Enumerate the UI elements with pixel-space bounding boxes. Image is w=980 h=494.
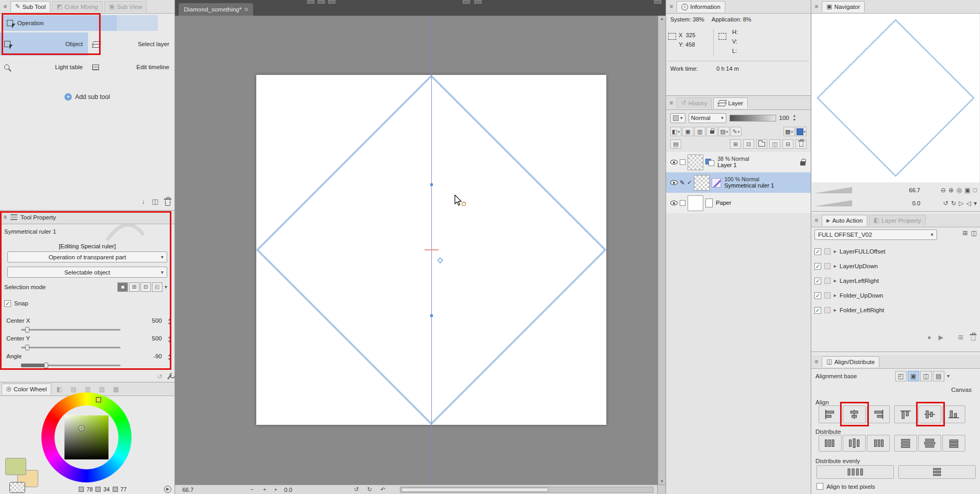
auto-action-set-dropdown[interactable]: FULL OFFSET_V02: [814, 229, 937, 240]
ruler-range-icon[interactable]: [783, 127, 794, 136]
palette-color-combo[interactable]: [670, 113, 685, 123]
lock-transparent-icon[interactable]: [718, 127, 729, 136]
import-sub-tool-icon[interactable]: [141, 198, 145, 205]
distribute-top-button[interactable]: [894, 435, 917, 452]
sv-square[interactable]: [64, 415, 108, 459]
transfer-layer-icon[interactable]: [769, 139, 780, 149]
action-checkbox[interactable]: [814, 263, 821, 270]
selection-mode-multiple-button[interactable]: [152, 282, 162, 292]
color-wheel[interactable]: [41, 392, 132, 482]
slider-thumb[interactable]: [25, 345, 29, 350]
approximate-color-tab-icon[interactable]: [95, 386, 108, 392]
layer-mask-option-icon[interactable]: [670, 127, 681, 136]
tool-operation[interactable]: Operation: [3, 15, 117, 31]
selection-mode-add-button[interactable]: [129, 282, 139, 292]
distribute-left-button[interactable]: [819, 435, 842, 452]
tab-layer[interactable]: Layer: [713, 97, 748, 108]
color-slider-tab-icon[interactable]: [53, 386, 66, 392]
action-dialog-checkbox[interactable]: [824, 263, 831, 269]
layer-row-symmetrical-ruler[interactable]: 100 % Normal Symmetrical ruler 1: [666, 172, 811, 193]
distribute-bottom-button[interactable]: [942, 435, 965, 452]
rotate-cw-icon[interactable]: [951, 200, 956, 206]
align-bottom-button[interactable]: [942, 405, 965, 423]
auto-action-item[interactable]: LayerFULLOffset: [814, 244, 978, 259]
document-tab[interactable]: Diamond_something*: [179, 3, 253, 16]
action-checkbox[interactable]: [814, 278, 821, 284]
chevron-down-icon[interactable]: [974, 200, 977, 206]
align-left-button[interactable]: [819, 405, 842, 423]
auto-action-menu-icon[interactable]: [813, 217, 820, 223]
zoom-slider-wedge[interactable]: [814, 187, 852, 193]
action-checkbox[interactable]: [814, 292, 821, 299]
delete-layer-icon[interactable]: [796, 139, 807, 149]
color-history-tab-icon[interactable]: [110, 386, 122, 392]
opacity-slider[interactable]: [729, 115, 776, 122]
base-selection-button[interactable]: [895, 371, 907, 381]
align-horizontal-center-button[interactable]: [843, 405, 866, 423]
action-set-list-icon[interactable]: [971, 230, 977, 236]
horizontal-scrollbar[interactable]: [400, 487, 654, 493]
auto-action-item[interactable]: LayerUpDown: [814, 259, 978, 273]
add-action-set-icon[interactable]: [963, 230, 968, 236]
change-panel-icon[interactable]: [670, 139, 681, 149]
undo-icon[interactable]: [380, 487, 385, 492]
new-folder-icon[interactable]: [756, 139, 767, 149]
center-y-value[interactable]: 500: [139, 335, 162, 342]
expand-action-icon[interactable]: [834, 278, 836, 283]
center-x-value[interactable]: 500: [139, 317, 162, 324]
angle-slider[interactable]: [21, 365, 121, 366]
align-right-button[interactable]: [867, 405, 890, 423]
center-y-stepper[interactable]: [168, 335, 170, 344]
primary-color-swatch[interactable]: [5, 458, 26, 475]
visibility-eye-icon[interactable]: [670, 180, 678, 185]
tab-sub-tool[interactable]: Sub Tool: [10, 1, 50, 12]
zoom-in-icon[interactable]: [949, 187, 954, 193]
distribute-evenly-vertical-button[interactable]: [898, 465, 976, 479]
ruler-point[interactable]: [430, 183, 433, 186]
clip-below-icon[interactable]: [731, 127, 742, 136]
action-dialog-checkbox[interactable]: [824, 248, 831, 255]
action-dialog-checkbox[interactable]: [824, 292, 831, 299]
selection-mode-expand-icon[interactable]: [165, 284, 167, 290]
record-action-icon[interactable]: [927, 334, 931, 341]
transparent-color-swatch[interactable]: [9, 482, 25, 493]
layer-row-paper[interactable]: Paper: [666, 193, 811, 213]
hue-marker[interactable]: [96, 397, 101, 402]
zoom-out-icon[interactable]: [250, 487, 253, 492]
action-checkbox[interactable]: [814, 248, 821, 255]
angle-value[interactable]: -90: [139, 353, 162, 359]
visibility-eye-icon[interactable]: [670, 160, 678, 164]
angle-stepper[interactable]: [168, 353, 170, 361]
information-menu-icon[interactable]: [668, 4, 675, 9]
slider-thumb[interactable]: [44, 363, 48, 368]
base-object-button[interactable]: [920, 371, 932, 381]
sv-cursor[interactable]: [79, 426, 84, 431]
tool-settings-wrench-icon[interactable]: [167, 374, 172, 379]
distribute-right-button[interactable]: [867, 435, 890, 452]
snap-checkbox[interactable]: [4, 300, 11, 307]
color-values-expand-icon[interactable]: ▶: [164, 486, 171, 493]
tab-sub-view[interactable]: Sub View: [104, 1, 147, 12]
subtool-light-table[interactable]: Light table: [0, 56, 88, 79]
reset-tool-property-icon[interactable]: [157, 374, 162, 380]
snap-row[interactable]: Snap: [4, 299, 167, 308]
center-x-slider[interactable]: [21, 329, 121, 331]
base-last-selected-button[interactable]: [933, 371, 944, 381]
center-x-stepper[interactable]: [168, 317, 170, 326]
rotate-ccw-icon[interactable]: [354, 487, 359, 492]
canvas-workspace[interactable]: [175, 16, 666, 485]
reference-layer-icon[interactable]: [682, 127, 693, 136]
tab-align-distribute[interactable]: Align/Distribute: [822, 356, 879, 367]
tab-layer-property[interactable]: Layer Property: [869, 215, 925, 226]
tab-color-mixing[interactable]: Color Mixing: [52, 1, 103, 12]
action-checkbox[interactable]: [814, 307, 821, 314]
layer-checkbox[interactable]: [680, 159, 685, 165]
tab-information[interactable]: i Information: [677, 1, 725, 12]
selection-mode-subtract-button[interactable]: [140, 282, 151, 292]
fit-to-window-icon[interactable]: [973, 187, 977, 193]
subtool-edit-timeline[interactable]: Edit timeline: [88, 56, 175, 79]
slider-thumb[interactable]: [25, 327, 29, 333]
add-action-icon[interactable]: [958, 334, 963, 341]
new-vector-layer-icon[interactable]: [743, 139, 754, 149]
align-top-button[interactable]: [894, 405, 917, 423]
